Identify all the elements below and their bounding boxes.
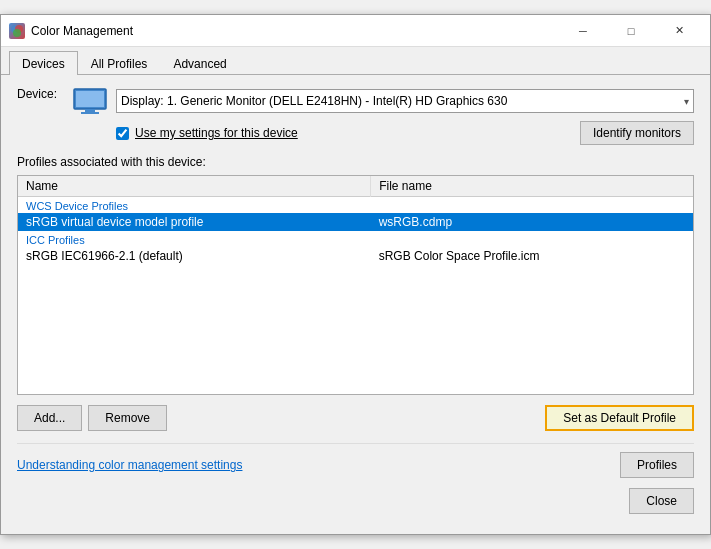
device-dropdown-text: Display: 1. Generic Monitor (DELL E2418H… xyxy=(121,94,680,108)
table-row[interactable]: sRGB IEC61966-2.1 (default) sRGB Color S… xyxy=(18,247,693,265)
maximize-button[interactable]: □ xyxy=(608,21,654,41)
help-link[interactable]: Understanding color management settings xyxy=(17,458,242,472)
svg-rect-6 xyxy=(81,112,99,114)
identify-monitors-button[interactable]: Identify monitors xyxy=(580,121,694,145)
close-row: Close xyxy=(17,488,694,522)
profiles-table-wrapper: Name File name WCS Device Profiles sRGB … xyxy=(17,175,694,395)
tab-devices[interactable]: Devices xyxy=(9,51,78,75)
footer-row: Understanding color management settings … xyxy=(17,443,694,478)
table-row[interactable]: sRGB virtual device model profile wsRGB.… xyxy=(18,213,693,231)
add-button[interactable]: Add... xyxy=(17,405,82,431)
buttons-row: Add... Remove Set as Default Profile xyxy=(17,405,694,431)
col-header-name: Name xyxy=(18,176,371,197)
profiles-table: Name File name WCS Device Profiles sRGB … xyxy=(18,176,693,265)
chevron-down-icon: ▾ xyxy=(684,96,689,107)
close-button[interactable]: Close xyxy=(629,488,694,514)
tab-advanced[interactable]: Advanced xyxy=(160,51,239,75)
profile-name: sRGB IEC61966-2.1 (default) xyxy=(18,247,371,265)
minimize-button[interactable]: ─ xyxy=(560,21,606,41)
profiles-button[interactable]: Profiles xyxy=(620,452,694,478)
profiles-section-label: Profiles associated with this device: xyxy=(17,155,206,169)
window-title: Color Management xyxy=(31,24,133,38)
title-bar: Color Management ─ □ ✕ xyxy=(1,15,710,47)
app-icon xyxy=(9,23,25,39)
remove-button[interactable]: Remove xyxy=(88,405,167,431)
use-settings-checkbox[interactable] xyxy=(116,127,129,140)
profile-filename: sRGB Color Space Profile.icm xyxy=(371,247,693,265)
tab-bar: Devices All Profiles Advanced xyxy=(1,47,710,75)
window-controls: ─ □ ✕ xyxy=(560,21,702,41)
col-header-filename: File name xyxy=(371,176,693,197)
color-management-window: Color Management ─ □ ✕ Devices All Profi… xyxy=(0,14,711,535)
group-wcs: WCS Device Profiles xyxy=(18,197,693,214)
use-settings-label: Use my settings for this device xyxy=(135,126,298,140)
set-default-button[interactable]: Set as Default Profile xyxy=(545,405,694,431)
device-label: Device: xyxy=(17,87,72,101)
device-dropdown[interactable]: Display: 1. Generic Monitor (DELL E2418H… xyxy=(116,89,694,113)
svg-point-2 xyxy=(13,29,21,37)
profile-name: sRGB virtual device model profile xyxy=(18,213,371,231)
svg-rect-4 xyxy=(76,91,104,107)
main-content: Device: Display: 1. Generic Monitor (DEL… xyxy=(1,75,710,534)
monitor-icon xyxy=(72,87,108,115)
svg-rect-5 xyxy=(85,109,95,112)
left-buttons: Add... Remove xyxy=(17,405,167,431)
group-icc: ICC Profiles xyxy=(18,231,693,247)
tab-all-profiles[interactable]: All Profiles xyxy=(78,51,161,75)
window-close-button[interactable]: ✕ xyxy=(656,21,702,41)
profile-filename: wsRGB.cdmp xyxy=(371,213,693,231)
